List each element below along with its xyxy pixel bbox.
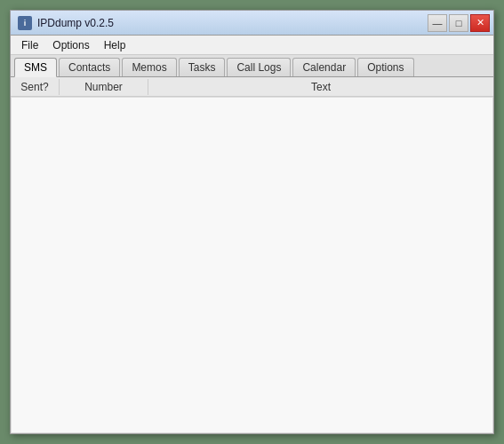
tab-memos[interactable]: Memos [122,58,176,76]
close-button[interactable]: ✕ [470,14,490,32]
tab-calendar[interactable]: Calendar [292,58,356,76]
table-header: Sent? Number Text [11,77,493,97]
menu-bar: File Options Help [11,36,493,55]
table-body [11,97,493,433]
window-controls: — □ ✕ [428,14,490,32]
app-window: i IPDdump v0.2.5 — □ ✕ File Options Help… [10,10,494,434]
minimize-button[interactable]: — [428,14,447,32]
column-number: Number [60,79,148,95]
window-title: IPDdump v0.2.5 [37,17,114,29]
menu-file[interactable]: File [14,37,45,53]
menu-options[interactable]: Options [45,37,96,53]
tab-bar: SMS Contacts Memos Tasks Call Logs Calen… [11,55,493,77]
title-bar-left: i IPDdump v0.2.5 [18,16,114,30]
tab-contacts[interactable]: Contacts [59,58,120,76]
column-sent: Sent? [11,79,60,95]
content-area: Sent? Number Text [11,77,493,433]
menu-help[interactable]: Help [97,37,133,53]
tab-call-logs[interactable]: Call Logs [227,58,291,76]
column-text: Text [148,79,493,95]
maximize-button[interactable]: □ [449,14,468,32]
app-icon: i [18,16,32,30]
tab-options[interactable]: Options [357,58,413,76]
title-bar: i IPDdump v0.2.5 — □ ✕ [11,11,493,36]
tab-tasks[interactable]: Tasks [179,58,226,76]
tab-sms[interactable]: SMS [14,58,57,77]
